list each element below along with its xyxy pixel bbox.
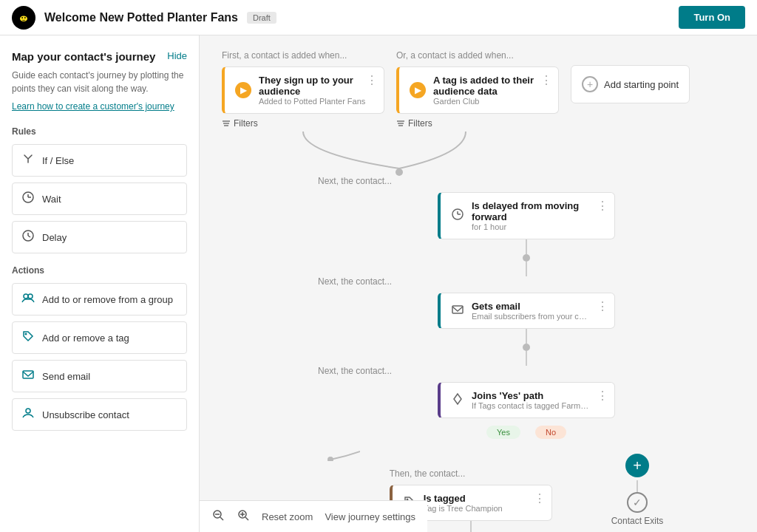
action-tag[interactable]: Add or remove a tag <box>12 321 187 354</box>
delay-block-text: Is delayed from moving forward for 1 hou… <box>472 200 604 231</box>
start-block-1-menu[interactable]: ⋮ <box>366 73 378 87</box>
email-block-title: Gets email <box>472 301 590 312</box>
action-email-label: Send email <box>42 371 90 382</box>
if-else-icon <box>21 152 35 168</box>
delay-icon <box>21 229 35 245</box>
start-block-1-text: They sign up to your audience Added to P… <box>259 75 373 106</box>
no-connector <box>637 480 638 492</box>
start-col-2: Or, a contact is added when... ▶ A tag i… <box>396 50 559 114</box>
svg-point-3 <box>24 17 26 18</box>
delay-block-sub: for 1 hour <box>472 222 590 231</box>
rule-delay-label: Delay <box>42 232 67 243</box>
svg-line-34 <box>245 517 248 520</box>
view-settings-button[interactable]: View journey settings <box>325 511 415 522</box>
converge-svg <box>222 132 577 176</box>
join-block-title: Joins 'Yes' path <box>472 390 590 401</box>
filter-2-label: Filters <box>408 118 432 129</box>
yes-no-row: Yes No <box>486 423 566 439</box>
contact-exits-label: Contact Exits <box>611 516 664 526</box>
tag-block-text: Is tagged Tag is Tree Champion <box>424 493 503 513</box>
start-block-2-text: A tag is added to their audience data Ga… <box>433 75 548 106</box>
add-starting-col: + Add starting point <box>571 65 690 103</box>
add-starting-label: Add starting point <box>604 79 679 90</box>
email-block-menu[interactable]: ⋮ <box>597 299 608 313</box>
mailchimp-logo <box>12 6 35 30</box>
zoom-in-button[interactable] <box>237 508 250 525</box>
sidebar-title: Map your contact's journey <box>12 50 155 63</box>
delay-block-icon <box>451 208 464 224</box>
connector-2 <box>526 329 527 344</box>
rule-wait[interactable]: Wait <box>12 183 187 215</box>
then-label: Then, the contact... <box>390 468 466 479</box>
email-block-icon <box>451 303 464 319</box>
action-group[interactable]: Add to or remove from a group <box>12 283 187 316</box>
turn-on-button[interactable]: Turn On <box>679 6 745 29</box>
email-block[interactable]: Gets email Email subscribers from your c… <box>438 293 615 329</box>
start-block-2-menu[interactable]: ⋮ <box>540 73 552 87</box>
delay-block-title: Is delayed from moving forward <box>472 200 604 222</box>
svg-point-14 <box>26 409 30 413</box>
next-label-1: Next, the contact... <box>318 176 392 186</box>
sidebar-description: Guide each contact's journey by plotting… <box>12 69 187 95</box>
connector-1 <box>526 239 527 254</box>
delay-block-menu[interactable]: ⋮ <box>597 199 608 213</box>
next-label-3: Next, the contact... <box>318 366 392 376</box>
email-icon <box>21 368 35 384</box>
join-block-text: Joins 'Yes' path If Tags contact is tagg… <box>472 390 590 410</box>
svg-line-30 <box>220 517 223 520</box>
no-branch: + ✓ Contact Exits <box>611 454 664 526</box>
yes-label: Yes <box>486 426 520 439</box>
add-node-button[interactable]: + <box>625 454 649 477</box>
action-unsubscribe[interactable]: Unsubscribe contact <box>12 398 187 431</box>
app-body: Map your contact's journey Hide Guide ea… <box>0 35 757 532</box>
join-block-sub: If Tags contact is tagged Farmer's Marke… <box>472 401 590 410</box>
join-block[interactable]: Joins 'Yes' path If Tags contact is tagg… <box>438 382 615 418</box>
add-starting-button[interactable]: + Add starting point <box>571 65 690 103</box>
start-block-2-sub: Garden Club <box>433 97 548 106</box>
zoom-out-button[interactable] <box>211 508 225 525</box>
start-col-1: First, a contact is added when... ▶ They… <box>222 50 384 114</box>
start-block-1-title: They sign up to your audience <box>259 75 373 97</box>
svg-point-11 <box>28 294 33 299</box>
delay-section: Next, the contact... Is delayed from mov… <box>318 176 735 532</box>
rule-delay[interactable]: Delay <box>12 221 187 253</box>
bottom-toolbar: Reset zoom View journey settings <box>200 500 427 532</box>
email-block-sub: Email subscribers from your customer j..… <box>472 312 590 321</box>
reset-zoom-button[interactable]: Reset zoom <box>262 511 313 522</box>
svg-rect-13 <box>23 371 33 378</box>
action-email[interactable]: Send email <box>12 360 187 392</box>
rule-if-else[interactable]: If / Else <box>12 144 187 177</box>
svg-point-26 <box>327 457 333 461</box>
exits-circle-icon: ✓ <box>627 492 648 513</box>
start-dot-2: ▶ <box>410 82 426 98</box>
wait-icon <box>21 191 35 207</box>
filter-1-button[interactable]: Filters <box>222 118 384 129</box>
svg-point-12 <box>25 333 27 335</box>
delay-block[interactable]: Is delayed from moving forward for 1 hou… <box>438 192 615 239</box>
rule-if-else-label: If / Else <box>42 155 74 166</box>
connector-1b <box>526 262 527 276</box>
contact-exits-block: ✓ Contact Exits <box>611 492 664 526</box>
filter-2-button[interactable]: Filters <box>396 118 559 129</box>
sidebar-header: Map your contact's journey Hide <box>12 50 187 63</box>
add-circle-icon: + <box>582 76 598 92</box>
svg-line-9 <box>28 236 30 237</box>
start-dot-1: ▶ <box>235 82 251 98</box>
unsubscribe-icon <box>21 406 35 423</box>
tag-block-menu[interactable]: ⋮ <box>534 491 546 505</box>
branch-area: Then, the contact... Is tagged Tag is Tr… <box>390 446 664 532</box>
draft-badge: Draft <box>247 12 276 24</box>
email-block-text: Gets email Email subscribers from your c… <box>472 301 590 321</box>
join-block-menu[interactable]: ⋮ <box>597 389 608 403</box>
yes-curve-svg <box>301 439 360 461</box>
rule-wait-label: Wait <box>42 194 61 205</box>
sidebar-hide-button[interactable]: Hide <box>167 50 187 61</box>
actions-label: Actions <box>12 265 187 276</box>
filter-1-col: Filters <box>222 118 384 129</box>
start-block-2[interactable]: ▶ A tag is added to their audience data … <box>396 66 559 114</box>
start-block-1[interactable]: ▶ They sign up to your audience Added to… <box>222 66 384 114</box>
start-block-1-sub: Added to Potted Planter Fans <box>259 97 373 106</box>
action-unsubscribe-label: Unsubscribe contact <box>42 409 129 420</box>
tag-block-title: Is tagged <box>424 493 503 504</box>
learn-link[interactable]: Learn how to create a customer's journey <box>12 101 187 112</box>
